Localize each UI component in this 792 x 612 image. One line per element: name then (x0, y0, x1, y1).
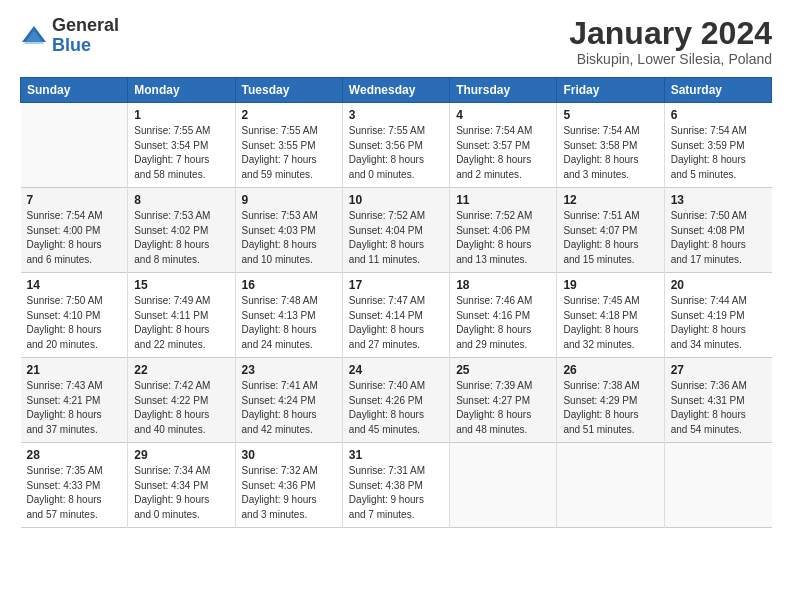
day-number: 28 (27, 448, 122, 462)
title-block: January 2024 Biskupin, Lower Silesia, Po… (569, 16, 772, 67)
calendar-cell: 13Sunrise: 7:50 AM Sunset: 4:08 PM Dayli… (664, 188, 771, 273)
calendar-page: General Blue January 2024 Biskupin, Lowe… (0, 0, 792, 612)
header-sunday: Sunday (21, 78, 128, 103)
calendar-cell: 10Sunrise: 7:52 AM Sunset: 4:04 PM Dayli… (342, 188, 449, 273)
day-number: 5 (563, 108, 657, 122)
day-info: Sunrise: 7:47 AM Sunset: 4:14 PM Dayligh… (349, 294, 443, 352)
day-info: Sunrise: 7:50 AM Sunset: 4:08 PM Dayligh… (671, 209, 766, 267)
calendar-cell: 12Sunrise: 7:51 AM Sunset: 4:07 PM Dayli… (557, 188, 664, 273)
calendar-cell: 27Sunrise: 7:36 AM Sunset: 4:31 PM Dayli… (664, 358, 771, 443)
day-info: Sunrise: 7:54 AM Sunset: 3:58 PM Dayligh… (563, 124, 657, 182)
calendar-cell (21, 103, 128, 188)
day-info: Sunrise: 7:36 AM Sunset: 4:31 PM Dayligh… (671, 379, 766, 437)
day-info: Sunrise: 7:48 AM Sunset: 4:13 PM Dayligh… (242, 294, 336, 352)
day-number: 12 (563, 193, 657, 207)
day-number: 29 (134, 448, 228, 462)
calendar-cell (664, 443, 771, 528)
day-number: 14 (27, 278, 122, 292)
calendar-cell: 18Sunrise: 7:46 AM Sunset: 4:16 PM Dayli… (450, 273, 557, 358)
day-number: 1 (134, 108, 228, 122)
day-number: 23 (242, 363, 336, 377)
calendar-cell: 23Sunrise: 7:41 AM Sunset: 4:24 PM Dayli… (235, 358, 342, 443)
day-info: Sunrise: 7:38 AM Sunset: 4:29 PM Dayligh… (563, 379, 657, 437)
day-info: Sunrise: 7:52 AM Sunset: 4:06 PM Dayligh… (456, 209, 550, 267)
day-info: Sunrise: 7:54 AM Sunset: 3:57 PM Dayligh… (456, 124, 550, 182)
day-number: 6 (671, 108, 766, 122)
day-number: 11 (456, 193, 550, 207)
day-number: 16 (242, 278, 336, 292)
calendar-week-3: 21Sunrise: 7:43 AM Sunset: 4:21 PM Dayli… (21, 358, 772, 443)
calendar-cell: 15Sunrise: 7:49 AM Sunset: 4:11 PM Dayli… (128, 273, 235, 358)
day-info: Sunrise: 7:34 AM Sunset: 4:34 PM Dayligh… (134, 464, 228, 522)
calendar-cell: 2Sunrise: 7:55 AM Sunset: 3:55 PM Daylig… (235, 103, 342, 188)
calendar-week-2: 14Sunrise: 7:50 AM Sunset: 4:10 PM Dayli… (21, 273, 772, 358)
day-info: Sunrise: 7:41 AM Sunset: 4:24 PM Dayligh… (242, 379, 336, 437)
day-info: Sunrise: 7:31 AM Sunset: 4:38 PM Dayligh… (349, 464, 443, 522)
day-info: Sunrise: 7:44 AM Sunset: 4:19 PM Dayligh… (671, 294, 766, 352)
calendar-cell: 21Sunrise: 7:43 AM Sunset: 4:21 PM Dayli… (21, 358, 128, 443)
calendar-cell: 3Sunrise: 7:55 AM Sunset: 3:56 PM Daylig… (342, 103, 449, 188)
day-number: 21 (27, 363, 122, 377)
calendar-title: January 2024 (569, 16, 772, 51)
logo-text: General Blue (52, 16, 119, 56)
calendar-cell (450, 443, 557, 528)
calendar-cell: 19Sunrise: 7:45 AM Sunset: 4:18 PM Dayli… (557, 273, 664, 358)
day-info: Sunrise: 7:55 AM Sunset: 3:55 PM Dayligh… (242, 124, 336, 182)
calendar-cell: 8Sunrise: 7:53 AM Sunset: 4:02 PM Daylig… (128, 188, 235, 273)
day-info: Sunrise: 7:46 AM Sunset: 4:16 PM Dayligh… (456, 294, 550, 352)
day-info: Sunrise: 7:39 AM Sunset: 4:27 PM Dayligh… (456, 379, 550, 437)
day-number: 31 (349, 448, 443, 462)
header-wednesday: Wednesday (342, 78, 449, 103)
day-number: 10 (349, 193, 443, 207)
day-info: Sunrise: 7:35 AM Sunset: 4:33 PM Dayligh… (27, 464, 122, 522)
calendar-cell: 4Sunrise: 7:54 AM Sunset: 3:57 PM Daylig… (450, 103, 557, 188)
day-number: 8 (134, 193, 228, 207)
day-info: Sunrise: 7:55 AM Sunset: 3:56 PM Dayligh… (349, 124, 443, 182)
day-info: Sunrise: 7:54 AM Sunset: 3:59 PM Dayligh… (671, 124, 766, 182)
day-info: Sunrise: 7:40 AM Sunset: 4:26 PM Dayligh… (349, 379, 443, 437)
logo-general-text: General (52, 16, 119, 36)
day-number: 20 (671, 278, 766, 292)
day-number: 7 (27, 193, 122, 207)
calendar-cell: 17Sunrise: 7:47 AM Sunset: 4:14 PM Dayli… (342, 273, 449, 358)
calendar-week-1: 7Sunrise: 7:54 AM Sunset: 4:00 PM Daylig… (21, 188, 772, 273)
day-number: 2 (242, 108, 336, 122)
calendar-cell (557, 443, 664, 528)
header-monday: Monday (128, 78, 235, 103)
day-number: 4 (456, 108, 550, 122)
day-number: 25 (456, 363, 550, 377)
header-thursday: Thursday (450, 78, 557, 103)
calendar-cell: 25Sunrise: 7:39 AM Sunset: 4:27 PM Dayli… (450, 358, 557, 443)
day-info: Sunrise: 7:32 AM Sunset: 4:36 PM Dayligh… (242, 464, 336, 522)
calendar-cell: 22Sunrise: 7:42 AM Sunset: 4:22 PM Dayli… (128, 358, 235, 443)
calendar-cell: 28Sunrise: 7:35 AM Sunset: 4:33 PM Dayli… (21, 443, 128, 528)
day-info: Sunrise: 7:51 AM Sunset: 4:07 PM Dayligh… (563, 209, 657, 267)
calendar-week-4: 28Sunrise: 7:35 AM Sunset: 4:33 PM Dayli… (21, 443, 772, 528)
logo-icon (20, 22, 48, 50)
calendar-cell: 29Sunrise: 7:34 AM Sunset: 4:34 PM Dayli… (128, 443, 235, 528)
day-info: Sunrise: 7:49 AM Sunset: 4:11 PM Dayligh… (134, 294, 228, 352)
header-friday: Friday (557, 78, 664, 103)
calendar-cell: 16Sunrise: 7:48 AM Sunset: 4:13 PM Dayli… (235, 273, 342, 358)
calendar-cell: 11Sunrise: 7:52 AM Sunset: 4:06 PM Dayli… (450, 188, 557, 273)
day-number: 9 (242, 193, 336, 207)
logo: General Blue (20, 16, 119, 56)
day-number: 22 (134, 363, 228, 377)
day-number: 19 (563, 278, 657, 292)
calendar-cell: 9Sunrise: 7:53 AM Sunset: 4:03 PM Daylig… (235, 188, 342, 273)
calendar-cell: 5Sunrise: 7:54 AM Sunset: 3:58 PM Daylig… (557, 103, 664, 188)
calendar-cell: 1Sunrise: 7:55 AM Sunset: 3:54 PM Daylig… (128, 103, 235, 188)
day-info: Sunrise: 7:50 AM Sunset: 4:10 PM Dayligh… (27, 294, 122, 352)
header-row: Sunday Monday Tuesday Wednesday Thursday… (21, 78, 772, 103)
day-number: 24 (349, 363, 443, 377)
calendar-cell: 30Sunrise: 7:32 AM Sunset: 4:36 PM Dayli… (235, 443, 342, 528)
day-info: Sunrise: 7:53 AM Sunset: 4:02 PM Dayligh… (134, 209, 228, 267)
calendar-subtitle: Biskupin, Lower Silesia, Poland (569, 51, 772, 67)
day-number: 30 (242, 448, 336, 462)
calendar-cell: 24Sunrise: 7:40 AM Sunset: 4:26 PM Dayli… (342, 358, 449, 443)
day-info: Sunrise: 7:43 AM Sunset: 4:21 PM Dayligh… (27, 379, 122, 437)
calendar-cell: 7Sunrise: 7:54 AM Sunset: 4:00 PM Daylig… (21, 188, 128, 273)
day-number: 3 (349, 108, 443, 122)
day-number: 27 (671, 363, 766, 377)
day-info: Sunrise: 7:54 AM Sunset: 4:00 PM Dayligh… (27, 209, 122, 267)
